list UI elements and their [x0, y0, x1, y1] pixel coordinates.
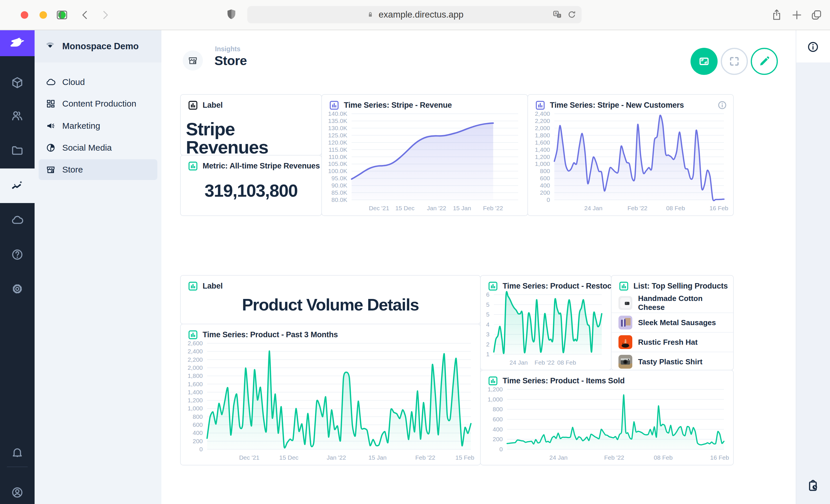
module-avatar[interactable]	[0, 475, 35, 504]
close-window-button[interactable]	[21, 11, 28, 19]
panel-stripe-new-customers[interactable]: Time Series: Stripe - New Customers 2,40…	[528, 94, 734, 216]
sidebar-item-store[interactable]: Store	[39, 159, 157, 180]
svg-text:1,000: 1,000	[188, 405, 203, 411]
svg-text:24 Jan: 24 Jan	[549, 454, 568, 461]
svg-text:1,400: 1,400	[188, 389, 203, 396]
privacy-shield-icon[interactable]	[225, 8, 238, 21]
panel-label-stripe[interactable]: Label Stripe Revenues	[180, 94, 322, 156]
edit-dashboard-button[interactable]	[751, 48, 778, 75]
dashboard-icon	[45, 99, 56, 109]
svg-text:Feb '22: Feb '22	[604, 454, 624, 461]
module-bell[interactable]	[0, 435, 35, 469]
svg-text:1: 1	[486, 351, 490, 358]
sidebar-item-label: Store	[62, 165, 83, 174]
product-thumbnail	[618, 355, 632, 369]
forward-icon	[99, 8, 112, 22]
svg-text:A: A	[554, 11, 557, 15]
share-icon[interactable]	[770, 8, 783, 22]
panel-label-product[interactable]: Label Product Volume Details	[180, 275, 481, 324]
project-header[interactable]: Monospace Demo	[35, 30, 161, 63]
svg-text:90.0K: 90.0K	[331, 182, 347, 189]
svg-text:600: 600	[193, 421, 202, 428]
cloud-icon	[45, 77, 56, 87]
module-folder[interactable]	[0, 133, 35, 168]
svg-text:135.0K: 135.0K	[328, 117, 347, 124]
svg-text:08 Feb: 08 Feb	[666, 205, 685, 211]
module-box[interactable]	[0, 65, 35, 100]
label-panel-icon	[188, 281, 198, 292]
svg-text:Jan '22: Jan '22	[427, 205, 446, 211]
panel-product-items-sold[interactable]: Time Series: Product - Items Sold 1,2001…	[480, 370, 734, 465]
panel-metric-stripe[interactable]: Metric: All-time Stripe Revenues 319,103…	[180, 155, 322, 216]
sidebar-item-marketing[interactable]: Marketing	[39, 115, 157, 136]
svg-text:1,000: 1,000	[488, 396, 503, 403]
module-bar	[0, 30, 35, 504]
info-icon[interactable]	[717, 100, 727, 110]
svg-text:0: 0	[199, 446, 203, 452]
fullscreen-icon	[728, 55, 741, 68]
sidebar-item-content-production[interactable]: Content Production	[39, 93, 157, 114]
svg-text:0: 0	[500, 446, 503, 452]
svg-text:08 Feb: 08 Feb	[557, 359, 576, 366]
project-signal-icon	[44, 41, 56, 52]
svg-text:文: 文	[558, 14, 561, 17]
nav-panel: Monospace Demo CloudContent ProductionMa…	[35, 30, 161, 504]
panel-top-selling-products[interactable]: List: Top Selling Products Handmade Cott…	[611, 275, 734, 370]
product-thumbnail	[618, 296, 632, 310]
panel-header: Time Series: Product - Past 3 Months	[202, 330, 338, 339]
bell-icon	[11, 445, 24, 459]
product-list-item[interactable]: Tasty Plastic Shirt	[611, 351, 733, 371]
svg-text:95.0K: 95.0K	[331, 175, 347, 181]
fullscreen-button[interactable]	[721, 48, 748, 75]
svg-text:16 Feb: 16 Feb	[710, 454, 729, 461]
svg-text:Feb '22: Feb '22	[535, 359, 554, 366]
auto-refresh-button[interactable]	[691, 48, 717, 75]
panel-stripe-revenue[interactable]: Time Series: Stripe - Revenue 140.0K135.…	[321, 94, 528, 216]
svg-text:1,000: 1,000	[535, 160, 550, 167]
product-list-item[interactable]: Handmade Cotton Cheese	[611, 294, 733, 312]
panel-product-past-3-months[interactable]: Time Series: Product - Past 3 Months 2,6…	[180, 324, 481, 465]
info-sidebar-icon[interactable]	[807, 41, 819, 53]
svg-text:Feb '22: Feb '22	[415, 454, 435, 461]
minimize-window-button[interactable]	[39, 11, 47, 19]
sidebar-toggle-icon[interactable]	[55, 8, 69, 22]
activity-clipboard-icon[interactable]	[807, 479, 819, 492]
breadcrumb[interactable]: Insights	[215, 45, 241, 53]
timeseries-panel-icon	[488, 375, 498, 386]
svg-text:15 Dec: 15 Dec	[395, 205, 415, 211]
module-settings[interactable]	[0, 272, 35, 306]
back-icon[interactable]	[78, 8, 92, 22]
fit-screen-icon	[698, 55, 710, 68]
sidebar-item-social-media[interactable]: Social Media	[39, 137, 157, 158]
svg-text:1,600: 1,600	[188, 381, 203, 388]
module-users[interactable]	[0, 99, 35, 133]
panel-header: Time Series: Stripe - New Customers	[550, 101, 684, 110]
product-list-item[interactable]: Sleek Metal Sausages	[611, 312, 733, 332]
product-list-item[interactable]: Rustic Fresh Hat	[611, 332, 733, 351]
product-items-sold-chart: 1,2001,000800600400200024 JanFeb '2208 F…	[483, 385, 729, 463]
panel-header: List: Top Selling Products	[634, 282, 728, 291]
translate-icon[interactable]: A文	[552, 9, 563, 20]
sidebar-item-cloud[interactable]: Cloud	[39, 72, 157, 93]
module-help[interactable]	[0, 237, 35, 272]
folder-icon	[11, 144, 24, 157]
module-cloud-module[interactable]	[0, 203, 35, 237]
cloud-module-icon	[11, 213, 24, 227]
metric-value: 319,103,800	[181, 182, 321, 200]
svg-text:2,200: 2,200	[535, 117, 550, 124]
module-insights[interactable]	[0, 168, 35, 203]
new-tab-icon[interactable]	[790, 8, 803, 22]
svg-text:2,600: 2,600	[188, 340, 203, 346]
reload-icon[interactable]	[567, 9, 577, 20]
url-field[interactable]: example.directus.app A文	[247, 6, 582, 23]
panel-header: Time Series: Product - Restocks	[503, 282, 620, 291]
tab-overview-icon[interactable]	[810, 8, 823, 22]
sidebar-item-label: Marketing	[62, 121, 100, 131]
panel-product-restocks[interactable]: Time Series: Product - Restocks 65543212…	[480, 275, 611, 370]
svg-text:80.0K: 80.0K	[331, 196, 347, 203]
svg-text:2: 2	[486, 341, 490, 348]
insights-icon	[11, 179, 24, 192]
svg-text:Jan '22: Jan '22	[327, 454, 346, 461]
svg-text:85.0K: 85.0K	[331, 189, 347, 196]
directus-logo[interactable]	[0, 30, 35, 56]
